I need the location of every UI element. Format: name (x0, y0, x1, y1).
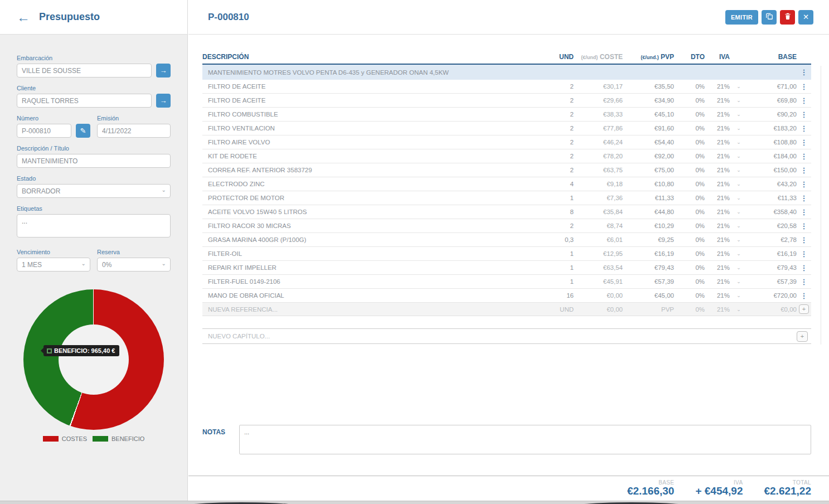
chevron-down-icon[interactable]: ⌄ (730, 167, 748, 173)
new-coste[interactable]: €0,00 (574, 306, 623, 313)
row-iva[interactable]: 21% (705, 139, 730, 146)
row-coste[interactable]: €63,75 (574, 167, 623, 173)
row-pvp[interactable]: €16,19 (623, 250, 674, 257)
row-und[interactable]: 1 (535, 250, 574, 257)
row-und[interactable]: 1 (535, 264, 574, 271)
chevron-down-icon[interactable]: ⌄ (730, 265, 748, 270)
chevron-down-icon[interactable]: ⌄ (730, 112, 748, 117)
row-coste[interactable]: €30,17 (574, 83, 623, 90)
row-coste[interactable]: €38,33 (574, 111, 623, 118)
row-und[interactable]: 2 (535, 139, 574, 146)
row-description[interactable]: FILTRO DE ACEITE (202, 83, 535, 90)
table-row[interactable]: ELECTRODO ZINC 4 €9,18 €10,80 0% 21% ⌄ €… (202, 177, 811, 191)
row-und[interactable]: 1 (535, 278, 574, 285)
emision-input[interactable] (97, 124, 171, 138)
row-coste[interactable]: €45,91 (574, 278, 623, 285)
goto-embarcacion-button[interactable]: → (156, 64, 171, 77)
row-coste[interactable]: €8,74 (574, 222, 623, 229)
row-dto[interactable]: 0% (674, 139, 705, 146)
row-iva[interactable]: 21% (705, 111, 730, 118)
row-dto[interactable]: 0% (674, 264, 705, 271)
row-dto[interactable]: 0% (674, 97, 705, 104)
row-pvp[interactable]: €57,39 (623, 278, 674, 285)
row-dto[interactable]: 0% (674, 236, 705, 243)
row-pvp[interactable]: €75,00 (623, 167, 674, 173)
row-menu-icon[interactable]: ⋮ (797, 292, 811, 300)
row-menu-icon[interactable]: ⋮ (797, 83, 811, 91)
row-pvp[interactable]: €35,50 (623, 83, 674, 90)
embarcacion-input[interactable] (17, 64, 152, 77)
row-dto[interactable]: 0% (674, 167, 705, 173)
row-und[interactable]: 0,3 (535, 236, 574, 243)
chevron-down-icon[interactable]: ⌄ (730, 279, 748, 284)
new-iva[interactable]: 21% (705, 306, 730, 313)
row-coste[interactable]: €35,84 (574, 209, 623, 215)
row-description[interactable]: FILTRO DE ACEITE (202, 97, 535, 104)
row-coste[interactable]: €12,95 (574, 250, 623, 257)
legend-item-beneficio[interactable]: BENEFICIO (93, 435, 144, 442)
row-description[interactable]: MANO DE OBRA OFICIAL (202, 292, 535, 299)
row-description[interactable]: FILTRO VENTILACION (202, 125, 535, 132)
table-row[interactable]: FILTRO VENTILACION 2 €77,86 €91,60 0% 21… (202, 122, 811, 135)
row-iva[interactable]: 21% (705, 278, 730, 285)
chevron-down-icon[interactable]: ⌄ (730, 209, 748, 215)
row-menu-icon[interactable]: ⋮ (797, 208, 811, 216)
cliente-input[interactable] (17, 94, 152, 108)
row-iva[interactable]: 21% (705, 250, 730, 257)
descripcion-input[interactable] (17, 154, 171, 168)
row-description[interactable]: CORREA REF. ANTERIOR 3583729 (202, 167, 535, 173)
row-coste[interactable]: €0,00 (574, 292, 623, 299)
chapter-menu-icon[interactable]: ⋮ (797, 68, 811, 76)
row-menu-icon[interactable]: ⋮ (797, 180, 811, 188)
row-menu-icon[interactable]: ⋮ (797, 278, 811, 286)
row-description[interactable]: ELECTRODO ZINC (202, 181, 535, 187)
reserva-select[interactable] (97, 258, 171, 272)
row-description[interactable]: FILTRO RACOR 30 MICRAS (202, 222, 535, 229)
row-description[interactable]: FILTRO AIRE VOLVO (202, 139, 535, 146)
legend-item-costes[interactable]: COSTES (43, 435, 87, 442)
row-coste[interactable]: €7,36 (574, 195, 623, 201)
row-pvp[interactable]: €10,80 (623, 181, 674, 187)
row-pvp[interactable]: €45,10 (623, 111, 674, 118)
row-pvp[interactable]: €79,43 (623, 264, 674, 271)
row-pvp[interactable]: €91,60 (623, 125, 674, 132)
row-description[interactable]: GRASA MARINA 400GR (P/100G) (202, 236, 535, 243)
duplicate-button[interactable] (762, 10, 777, 25)
row-menu-icon[interactable]: ⋮ (797, 194, 811, 202)
close-button[interactable]: ✕ (798, 10, 813, 25)
new-reference-row[interactable]: NUEVA REFERENCIA... UND €0,00 PVP 0% 21%… (202, 303, 811, 316)
row-iva[interactable]: 21% (705, 181, 730, 187)
row-pvp[interactable]: €45,00 (623, 292, 674, 299)
row-menu-icon[interactable]: ⋮ (797, 110, 811, 119)
row-description[interactable]: FILTRO COMBUSTIBLE (202, 111, 535, 118)
row-iva[interactable]: 21% (705, 167, 730, 173)
chevron-down-icon[interactable]: ⌄ (730, 125, 748, 131)
goto-cliente-button[interactable]: → (156, 94, 171, 108)
table-row[interactable]: GRASA MARINA 400GR (P/100G) 0,3 €6,01 €9… (202, 233, 811, 247)
notes-textarea[interactable] (239, 425, 811, 454)
new-chapter-input[interactable]: NUEVO CAPÍTULO... (208, 333, 270, 340)
scrollbar-track[interactable] (821, 66, 821, 345)
row-menu-icon[interactable]: ⋮ (797, 250, 811, 258)
row-coste[interactable]: €29,66 (574, 97, 623, 104)
new-reference-input[interactable]: NUEVA REFERENCIA... (202, 306, 535, 313)
chevron-down-icon[interactable]: ⌄ (730, 195, 748, 201)
row-pvp[interactable]: €11,33 (623, 195, 674, 201)
table-row[interactable]: FILTRO COMBUSTIBLE 2 €38,33 €45,10 0% 21… (202, 108, 811, 122)
row-iva[interactable]: 21% (705, 125, 730, 132)
row-description[interactable]: REPAIR KIT IMPELLER (202, 264, 535, 271)
row-description[interactable]: ACEITE VOLVO 15W40 5 LITROS (202, 209, 535, 215)
chevron-down-icon[interactable]: ⌄ (730, 98, 748, 103)
row-coste[interactable]: €46,24 (574, 139, 623, 146)
row-iva[interactable]: 21% (705, 292, 730, 299)
table-row[interactable]: CORREA REF. ANTERIOR 3583729 2 €63,75 €7… (202, 163, 811, 177)
row-coste[interactable]: €77,86 (574, 125, 623, 132)
row-dto[interactable]: 0% (674, 209, 705, 215)
row-coste[interactable]: €9,18 (574, 181, 623, 187)
row-und[interactable]: 2 (535, 167, 574, 173)
row-description[interactable]: FILTER-FUEL 0149-2106 (202, 278, 535, 285)
row-dto[interactable]: 0% (674, 111, 705, 118)
table-row[interactable]: FILTRO DE ACEITE 2 €29,66 €34,90 0% 21% … (202, 94, 811, 108)
row-menu-icon[interactable]: ⋮ (797, 236, 811, 244)
row-description[interactable]: PROTECTOR DE MOTOR (202, 195, 535, 201)
